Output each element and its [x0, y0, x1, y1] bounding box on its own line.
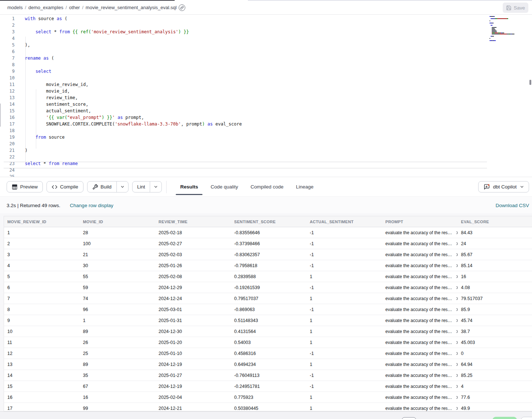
- code-line[interactable]: 20: [0, 141, 491, 147]
- code-line[interactable]: 12 movie_id,: [0, 88, 491, 94]
- code-editor[interactable]: 1with source as (23 select * from {{ ref…: [0, 15, 532, 177]
- bottom-partial-button[interactable]: [402, 417, 416, 419]
- code-line[interactable]: 18: [0, 127, 491, 134]
- expand-prompt-icon[interactable]: [455, 318, 458, 323]
- code-line[interactable]: 2: [0, 22, 491, 29]
- code-line[interactable]: 8: [0, 61, 491, 68]
- code-line[interactable]: 16 '{{ var("eval_prompt") }}' as prompt,: [0, 114, 491, 121]
- actual-sentiment-cell: 1: [306, 340, 382, 345]
- build-dropdown-button[interactable]: [116, 182, 128, 192]
- breadcrumb-item[interactable]: movie_review_sentiment_analysis_eval.sql: [86, 5, 177, 10]
- sentiment-score-cell: -0.869063: [231, 307, 307, 312]
- expand-prompt-icon[interactable]: [455, 340, 458, 345]
- wrench-icon: [92, 184, 98, 190]
- expand-prompt-icon[interactable]: [455, 362, 458, 367]
- editor-minimap[interactable]: [488, 16, 529, 44]
- expand-prompt-icon[interactable]: [455, 274, 458, 279]
- line-number: 20: [0, 141, 15, 147]
- expand-prompt-icon[interactable]: [455, 296, 458, 301]
- movie-review-id-cell: 3: [4, 252, 80, 257]
- lint-dropdown-button[interactable]: [150, 182, 161, 192]
- code-line[interactable]: 4: [0, 35, 491, 42]
- line-number: 11: [0, 81, 15, 88]
- build-split-button: Build: [87, 181, 129, 192]
- save-icon: [506, 5, 511, 11]
- query-summary: 3.2s | Returned 49 rows.: [7, 203, 60, 208]
- expand-prompt-icon[interactable]: [455, 406, 458, 411]
- code-line[interactable]: 19 from source: [0, 134, 491, 141]
- expand-prompt-icon[interactable]: [455, 307, 458, 312]
- prompt-text: evaluate the accuracy of the res…: [386, 340, 452, 345]
- prompt-text: evaluate the accuracy of the res…: [386, 274, 452, 279]
- code-line[interactable]: 14 sentiment_score,: [0, 101, 491, 108]
- code-line[interactable]: 17 SNOWFLAKE.CORTEX.COMPLETE('snowflake-…: [0, 121, 491, 127]
- code-line[interactable]: 9 select: [0, 68, 491, 75]
- code-line[interactable]: 22: [0, 154, 491, 160]
- breadcrumb-item[interactable]: demo_examples: [29, 5, 63, 10]
- movie-id-cell: 89: [80, 329, 156, 334]
- movie-id-cell: 99: [80, 406, 156, 411]
- expand-prompt-icon[interactable]: [455, 329, 458, 334]
- expand-prompt-icon[interactable]: [455, 252, 458, 257]
- line-number: 15: [0, 108, 15, 114]
- review-time-cell: 2025-02-18: [155, 230, 231, 235]
- eval-score-cell: 4: [458, 384, 532, 389]
- preview-button[interactable]: Preview: [7, 181, 43, 192]
- code-line[interactable]: 24: [0, 167, 491, 173]
- change-row-display-link[interactable]: Change row display: [70, 203, 114, 208]
- sentiment-score-cell: 0.51148343: [231, 318, 307, 323]
- code-line[interactable]: 13 review_time,: [0, 94, 491, 101]
- line-number: 6: [0, 48, 15, 55]
- eval-score-cell: 4.08: [458, 285, 532, 290]
- panel-resize-handle[interactable]: [0, 104, 1, 127]
- breadcrumb-item[interactable]: other: [69, 5, 80, 10]
- save-button[interactable]: Save: [503, 3, 528, 13]
- expand-prompt-icon[interactable]: [455, 285, 458, 290]
- results-tabs: Results Code quality Compiled code Linea…: [174, 177, 320, 197]
- movie-review-id-cell: 16: [4, 395, 80, 400]
- code-line[interactable]: 23select * from rename: [0, 160, 491, 167]
- copy-link-icon[interactable]: [179, 4, 185, 11]
- bottom-green-pill[interactable]: [492, 417, 517, 419]
- expand-prompt-icon[interactable]: [455, 395, 458, 400]
- code-line[interactable]: 15 actual_sentiment,: [0, 108, 491, 114]
- expand-prompt-icon[interactable]: [455, 351, 458, 356]
- prompt-cell: evaluate the accuracy of the res…: [382, 252, 458, 257]
- tab-lineage[interactable]: Lineage: [291, 177, 318, 197]
- code-line[interactable]: 1with source as (: [0, 15, 491, 22]
- code-line[interactable]: 6: [0, 48, 491, 55]
- movie-id-cell: 67: [80, 384, 156, 389]
- expand-prompt-icon[interactable]: [455, 373, 458, 378]
- code-line[interactable]: 11 movie_review_id,: [0, 81, 491, 88]
- line-number: 12: [0, 88, 15, 94]
- expand-prompt-icon[interactable]: [455, 231, 458, 235]
- movie-review-id-cell: 11: [4, 340, 80, 345]
- code-line[interactable]: 21): [0, 147, 491, 154]
- bottom-partial-button[interactable]: [521, 417, 532, 419]
- lint-button[interactable]: Lint: [133, 182, 150, 192]
- tab-compiled-code[interactable]: Compiled code: [246, 177, 288, 197]
- breadcrumb-item[interactable]: models: [7, 5, 23, 10]
- build-button[interactable]: Build: [88, 182, 116, 192]
- code-line[interactable]: 3 select * from {{ ref('movie_review_sen…: [0, 29, 491, 35]
- code-line[interactable]: 7rename as (: [0, 55, 491, 61]
- compile-button[interactable]: Compile: [46, 181, 83, 192]
- sentiment-score-cell: -0.7958618: [231, 263, 307, 268]
- code-line[interactable]: 5),: [0, 42, 491, 48]
- column-header: MOVIE_ID: [80, 220, 156, 224]
- code-line[interactable]: 25: [0, 173, 491, 177]
- dbt-copilot-button[interactable]: dbt Copilot: [478, 181, 529, 192]
- code-line[interactable]: 10: [0, 75, 491, 81]
- prompt-cell: evaluate the accuracy of the res…: [382, 241, 458, 246]
- movie-id-cell: 25: [80, 351, 156, 356]
- tab-results[interactable]: Results: [176, 177, 202, 197]
- tab-code-quality[interactable]: Code quality: [206, 177, 242, 197]
- editor-scrollbar-thumb[interactable]: [529, 80, 531, 85]
- expand-prompt-icon[interactable]: [455, 242, 458, 246]
- prompt-text: evaluate the accuracy of the res…: [386, 406, 452, 411]
- actual-sentiment-cell: 1: [306, 362, 382, 367]
- expand-prompt-icon[interactable]: [455, 263, 458, 268]
- actual-sentiment-cell: -1: [306, 230, 382, 235]
- expand-prompt-icon[interactable]: [455, 384, 458, 389]
- download-csv-link[interactable]: Download CSV: [495, 203, 530, 208]
